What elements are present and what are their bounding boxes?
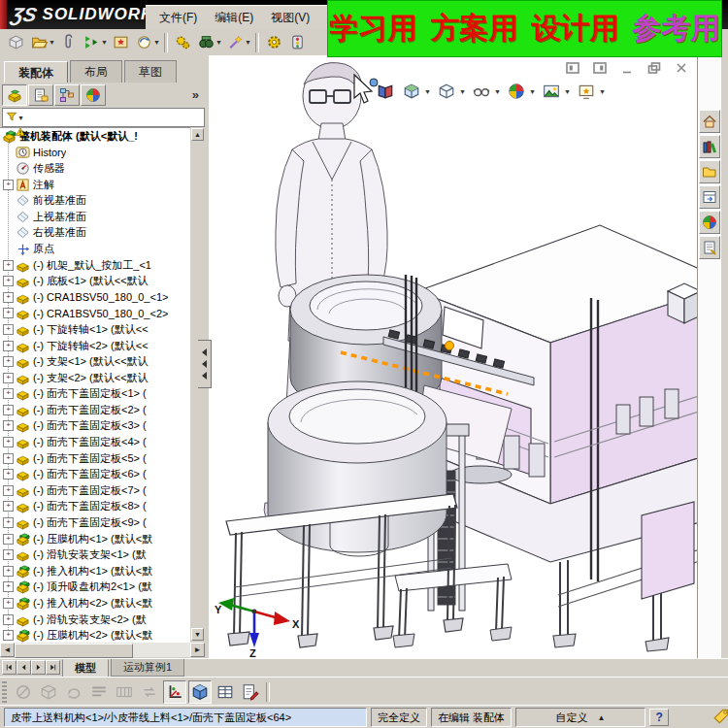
prev-icon[interactable] — [17, 660, 31, 675]
tree-row[interactable]: +(-) 推入机构<2> (默认<默 — [0, 595, 190, 612]
apply-scene-icon[interactable] — [541, 81, 562, 102]
tree-row[interactable]: +(-) 面壳下盖固定板<1> ( — [0, 386, 190, 403]
tree-expand-box[interactable]: + — [3, 453, 14, 464]
tree-row[interactable]: +(-) 面壳下盖固定板<6> ( — [0, 466, 190, 482]
view-settings-dropdown[interactable]: ▼ — [599, 88, 607, 95]
graphics-viewport[interactable]: Y X Z ▼▼▼▼▼▼ — [209, 55, 697, 658]
tree-row[interactable]: +(-) 面壳下盖固定板<9> ( — [0, 514, 190, 531]
view-orientation-dropdown[interactable]: ▼ — [459, 88, 467, 95]
tree-row[interactable]: +注解 — [0, 177, 190, 193]
view-palette-icon[interactable] — [699, 185, 720, 209]
view-orientation-icon[interactable] — [436, 81, 457, 102]
open-icon[interactable] — [28, 32, 50, 53]
swap-icon[interactable] — [138, 680, 161, 704]
tree-expand-box[interactable]: + — [3, 598, 14, 609]
tree-row[interactable]: 传感器 — [0, 160, 190, 177]
view-settings-icon[interactable] — [576, 81, 597, 102]
tree-row[interactable]: +(-) 面壳下盖固定板<7> ( — [0, 482, 190, 499]
appearances-icon[interactable] — [699, 211, 720, 234]
rebuild-icon[interactable] — [286, 32, 308, 53]
tree-row[interactable]: +(-) 下旋转轴<1> (默认<< — [0, 321, 190, 338]
tree-expand-box[interactable]: + — [3, 614, 14, 625]
tag-icon[interactable] — [711, 708, 728, 727]
zoom-fit-icon[interactable] — [375, 81, 396, 102]
menu-item-0[interactable]: 文件(F) — [159, 10, 197, 26]
annotation-edit-icon[interactable] — [239, 680, 262, 704]
tree-expand-box[interactable]: + — [3, 341, 14, 351]
make-assembly-icon[interactable] — [81, 32, 102, 53]
tree-expand-box[interactable]: + — [3, 501, 14, 512]
tree-row[interactable]: +(-) 机架_默认_按加工_<1 — [0, 257, 190, 274]
tree-scroll-left-button[interactable]: ◄ — [0, 643, 15, 657]
resources-home-icon[interactable] — [699, 110, 720, 133]
open-dropdown[interactable]: ▼ — [49, 39, 56, 46]
shaded-cube-icon[interactable] — [188, 680, 212, 704]
first-icon[interactable] — [2, 660, 17, 675]
iso-box-icon[interactable] — [37, 680, 60, 704]
study-tab-模型[interactable]: 模型 — [62, 659, 109, 678]
study-tab-运动算例1[interactable]: 运动算例1 — [111, 659, 184, 677]
tree-row[interactable]: +(-) 面壳下盖固定板<2> ( — [0, 402, 190, 418]
tree-expand-box[interactable]: + — [3, 276, 14, 286]
tree-row[interactable]: +(-) 压膜机构<1> (默认<默 — [0, 531, 190, 547]
tree-expand-box[interactable]: + — [3, 469, 14, 480]
axes-icon[interactable] — [163, 680, 186, 704]
tree-expand-box[interactable]: + — [3, 549, 14, 560]
new-part-icon[interactable] — [5, 32, 26, 53]
last-icon[interactable] — [46, 660, 60, 675]
caret-up-icon[interactable]: ▲ — [598, 713, 606, 722]
apply-scene-dropdown[interactable]: ▼ — [564, 88, 572, 95]
tree-row[interactable]: +(-) 面壳下盖固定板<5> ( — [0, 450, 190, 467]
propertymanager-icon[interactable] — [28, 84, 53, 106]
tree-row[interactable]: +(-) 压膜机构<2> (默认<默 — [0, 627, 190, 644]
make-assembly-dropdown[interactable]: ▼ — [101, 39, 109, 46]
section-off-icon[interactable] — [12, 680, 35, 704]
tree-row[interactable]: +(-) 推入机构<1> (默认<默 — [0, 563, 190, 579]
tree-row[interactable]: +(-) 面壳下盖固定板<3> ( — [0, 418, 190, 435]
find-references-icon[interactable] — [195, 32, 216, 53]
tree-expand-box[interactable]: + — [3, 388, 14, 399]
tree-scrollbar-thumb[interactable] — [15, 644, 133, 658]
view-capture-dropdown[interactable]: ▼ — [153, 39, 161, 46]
tree-expand-box[interactable]: + — [3, 485, 14, 496]
tab-布局[interactable]: 布局 — [70, 60, 122, 83]
tree-expand-box[interactable]: + — [3, 373, 14, 383]
view-capture-icon[interactable] — [133, 32, 154, 53]
tree-horizontal-scrollbar[interactable]: ◄ ► — [0, 643, 205, 657]
next-icon[interactable] — [31, 660, 46, 675]
configurationmanager-icon[interactable] — [54, 84, 80, 106]
tree-expand-box[interactable]: + — [3, 356, 14, 367]
tree-row[interactable]: +(-) 下旋转轴<2> (默认<< — [0, 338, 190, 354]
tree-expand-box[interactable]: + — [3, 292, 14, 303]
tree-row[interactable]: 右视基准面 — [0, 225, 190, 242]
featuremanager-icon[interactable] — [2, 84, 27, 106]
tree-expand-box[interactable]: + — [3, 405, 14, 415]
custom-properties-icon[interactable] — [699, 236, 720, 259]
tree-expand-box[interactable]: + — [3, 420, 14, 431]
tree-expand-box[interactable]: + — [3, 566, 14, 577]
file-explorer-icon[interactable] — [699, 160, 720, 183]
tree-row[interactable]: +(-) CRA1BSV50_180_0_<1> — [0, 289, 190, 306]
design-library-icon[interactable] — [699, 135, 720, 158]
table-icon[interactable] — [214, 680, 237, 704]
tree-expand-box[interactable]: + — [3, 260, 14, 271]
tree-expand-box[interactable]: + — [3, 581, 14, 592]
tree-row[interactable]: +(-) 滑轨安装支架<2> (默 — [0, 612, 190, 628]
tree-filter-input[interactable]: ▼ — [2, 108, 205, 127]
attach-icon[interactable] — [57, 32, 79, 53]
hide-show-items-icon[interactable] — [471, 81, 492, 102]
tree-expand-box[interactable]: + — [3, 324, 14, 335]
edit-appearance-icon[interactable] — [506, 81, 527, 102]
tree-expand-box[interactable]: + — [3, 630, 14, 641]
quick-tips-button[interactable]: ? — [649, 709, 669, 726]
tab-装配体[interactable]: 装配体 — [4, 61, 68, 83]
tree-row[interactable]: +(-) CRA1BSV50_180_0_<2> — [0, 306, 190, 322]
hide-show-items-dropdown[interactable]: ▼ — [494, 88, 502, 95]
menu-item-1[interactable]: 编辑(E) — [215, 10, 253, 26]
menu-item-2[interactable]: 视图(V) — [271, 10, 310, 26]
tree-expand-box[interactable]: + — [3, 437, 14, 447]
tree-scroll-up-button[interactable]: ▲ — [191, 128, 204, 141]
tree-expand-box[interactable]: + — [3, 180, 14, 190]
tree-row[interactable]: +(-) 支架<2> (默认<<默认 — [0, 370, 190, 386]
tree-scroll-down-button[interactable]: ▼ — [191, 628, 204, 641]
